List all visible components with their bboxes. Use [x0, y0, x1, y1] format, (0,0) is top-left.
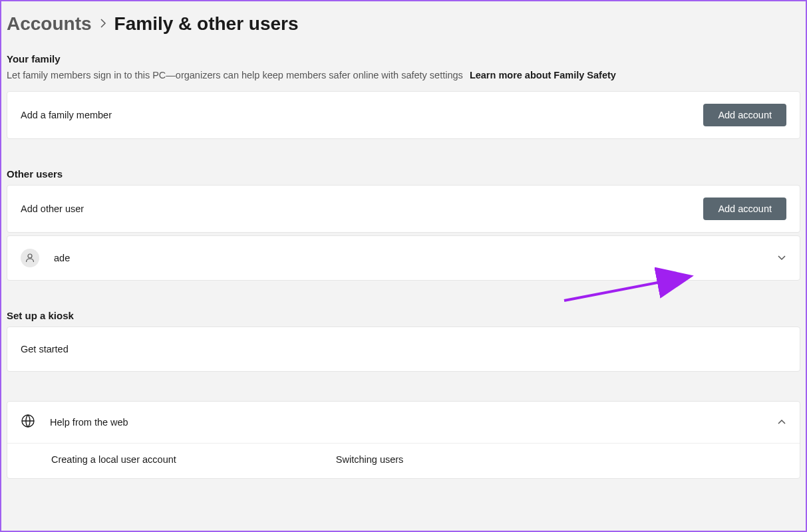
- help-header[interactable]: Help from the web: [7, 402, 800, 443]
- family-title: Your family: [7, 53, 800, 65]
- kiosk-get-started-card[interactable]: Get started: [7, 327, 800, 372]
- help-section: Help from the web Creating a local user …: [7, 401, 800, 479]
- chevron-right-icon: [100, 17, 106, 31]
- globe-icon: [21, 414, 35, 431]
- add-family-member-label: Add a family member: [21, 110, 112, 120]
- chevron-up-icon[interactable]: [777, 416, 786, 428]
- kiosk-title: Set up a kiosk: [7, 310, 800, 321]
- chevron-down-icon[interactable]: [777, 253, 786, 263]
- family-desc: Let family members sign in to this PC—or…: [7, 70, 800, 80]
- add-family-member-card: Add a family member Add account: [7, 91, 800, 139]
- family-desc-text: Let family members sign in to this PC—or…: [7, 70, 463, 80]
- breadcrumb: Accounts Family & other users: [7, 13, 800, 35]
- family-section: Your family Let family members sign in t…: [7, 53, 800, 139]
- other-users-title: Other users: [7, 168, 800, 180]
- kiosk-get-started-label: Get started: [21, 344, 69, 354]
- svg-point-0: [28, 254, 32, 258]
- family-learn-more-link[interactable]: Learn more about Family Safety: [470, 70, 616, 80]
- add-other-user-card: Add other user Add account: [7, 185, 800, 233]
- add-other-account-button[interactable]: Add account: [703, 198, 786, 220]
- user-row-ade[interactable]: ade: [7, 235, 800, 281]
- help-link-switching-users[interactable]: Switching users: [336, 454, 404, 465]
- add-family-account-button[interactable]: Add account: [703, 104, 786, 126]
- help-title: Help from the web: [50, 417, 128, 428]
- breadcrumb-parent[interactable]: Accounts: [7, 13, 92, 35]
- help-link-create-local-account[interactable]: Creating a local user account: [51, 454, 176, 465]
- breadcrumb-current: Family & other users: [114, 13, 299, 35]
- add-other-user-label: Add other user: [21, 203, 84, 214]
- user-name-label: ade: [54, 253, 70, 263]
- help-links-row: Creating a local user account Switching …: [7, 443, 800, 478]
- user-avatar-icon: [21, 249, 39, 267]
- other-users-section: Other users Add other user Add account a…: [7, 168, 800, 281]
- kiosk-section: Set up a kiosk Get started: [7, 310, 800, 372]
